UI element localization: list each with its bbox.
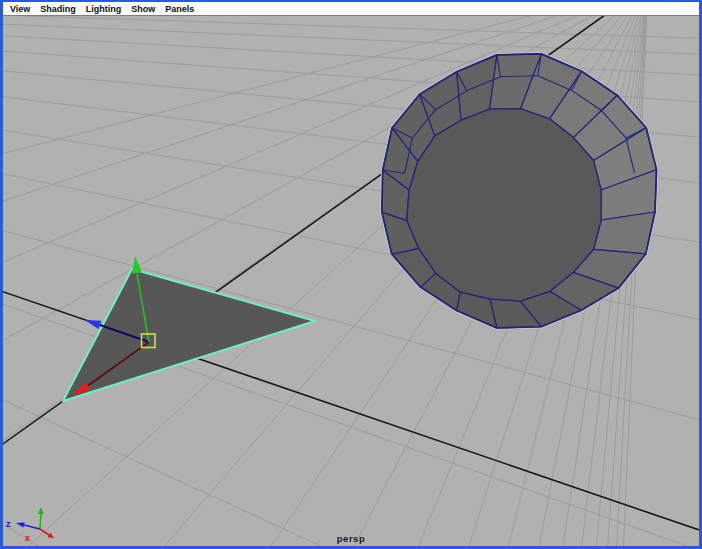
maya-panel-window: ViewShadingLightingShowPanels zx persp: [0, 0, 702, 549]
cylinder-object[interactable]: [382, 54, 657, 328]
menu-item-show[interactable]: Show: [126, 4, 160, 14]
view-axis-indicator: zx: [6, 507, 54, 543]
camera-name-label: persp: [337, 533, 365, 544]
panel-inner: ViewShadingLightingShowPanels zx persp: [3, 2, 699, 546]
tripod-z-label: z: [6, 519, 11, 529]
menu-item-panels[interactable]: Panels: [160, 4, 199, 14]
menu-item-lighting[interactable]: Lighting: [81, 4, 127, 14]
triangle-object[interactable]: [63, 269, 315, 401]
viewport-canvas[interactable]: zx: [3, 16, 699, 546]
perspective-viewport[interactable]: zx persp: [3, 16, 699, 546]
cylinder-cap-face: [407, 109, 602, 301]
menu-item-view[interactable]: View: [5, 4, 35, 14]
tripod-x-label: x: [25, 533, 30, 543]
menu-item-shading[interactable]: Shading: [35, 4, 81, 14]
panel-menu-bar: ViewShadingLightingShowPanels: [3, 2, 699, 16]
